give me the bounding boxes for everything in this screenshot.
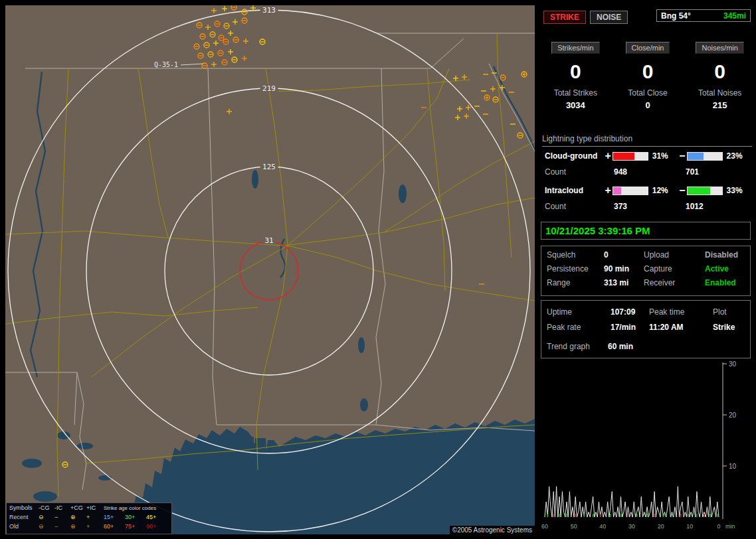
trend-x-unit-label: min [725, 523, 735, 530]
state-borders [5, 33, 535, 490]
squelch-value: 0 [604, 250, 609, 260]
strike-ncg [242, 18, 247, 23]
cg-negative-gauge [687, 152, 723, 161]
close-per-min-button[interactable]: Close/min [626, 42, 670, 54]
strike-ncg [204, 42, 209, 48]
plus-sign: + [603, 185, 612, 196]
strike-ncg [219, 35, 224, 40]
lightning-map[interactable]: 31321912531Q-35-1 Symbols -CG -IC +CG +I… [5, 5, 535, 534]
sensor-label: Q-35-1 [154, 61, 178, 68]
minus-sign: − [678, 185, 686, 196]
strike-pic [211, 8, 217, 13]
strike-pic [464, 114, 469, 119]
total-noises-label: Total Noises [685, 88, 755, 98]
strike-pic [228, 31, 233, 36]
plot-label: Plot [713, 307, 727, 317]
upload-label: Upload [644, 250, 669, 260]
range-row: Range 313 mi Receiver Enabled [541, 278, 750, 291]
legend-age-header: Strike age color codes [104, 505, 156, 511]
strike-ncg [260, 39, 265, 44]
uptime-label: Uptime [547, 307, 572, 317]
noises-per-min-button[interactable]: Noises/min [696, 42, 743, 54]
datetime-display: 10/21/2025 3:39:16 PM [541, 222, 751, 240]
squelch-row: Squelch 0 Upload Disabled [541, 250, 750, 264]
noises-counter-column: Noises/min 0 Total Noises 215 [685, 41, 755, 110]
noises-per-min-value: 0 [685, 62, 755, 82]
noise-mode-button[interactable]: NOISE [590, 11, 628, 24]
total-noises-value: 215 [685, 100, 755, 110]
uptime-value: 107:09 [611, 307, 635, 317]
map-legend: Symbols -CG -IC +CG +IC Strike age color… [6, 502, 172, 534]
copyright-text: ©2005 Astrogenic Systems [450, 526, 535, 534]
strike-ncg [208, 52, 213, 57]
legend-symbol-icon: + [86, 514, 90, 520]
trend-x-tick-label: 30 [628, 523, 635, 530]
squelch-label: Squelch [547, 250, 575, 260]
trend-graph-row: Trend graph 60 min [541, 342, 750, 355]
intracloud-row: Intracloud + 12% − 33% [545, 186, 752, 195]
persistence-value: 90 min [604, 264, 629, 273]
ic-positive-gauge [613, 187, 648, 195]
cg-count-row: Count 948 701 [545, 167, 749, 177]
cg-negative-pct: 23% [723, 151, 752, 161]
strike-mode-button[interactable]: STRIKE [543, 11, 586, 24]
legend-age-code: 15+ [104, 514, 114, 520]
trend-x-tick-label: 50 [571, 523, 577, 530]
trend-x-tick-label: 10 [686, 523, 693, 530]
cg-positive-gauge [613, 152, 648, 161]
strike-pic [205, 25, 211, 30]
strike-pic [228, 49, 233, 54]
water-bodies [22, 170, 535, 534]
legend-symbol-icon: − [54, 514, 58, 520]
distribution-title: Lightning type distribution [542, 134, 752, 147]
bearing-display: Bng 54° 345mi [656, 9, 751, 22]
trend-y-tick-label: 30 [729, 360, 737, 368]
strikes-per-min-button[interactable]: Strikes/min [551, 42, 599, 54]
close-per-min-value: 0 [613, 62, 683, 82]
trend-graph-label: Trend graph [547, 342, 590, 351]
strike-ncg [215, 21, 220, 27]
legend-age-code: 60+ [104, 523, 114, 530]
trend-y-tick-label: 20 [729, 412, 737, 419]
control-panel: STRIKE NOISE Bng 54° 345mi Strikes/min 0… [539, 5, 756, 539]
receiver-label: Receiver [644, 278, 675, 287]
legend-age-code: 75+ [125, 523, 135, 530]
strike-ncg [62, 462, 68, 467]
persistence-label: Persistence [547, 264, 589, 273]
legend-pcg-header: +CG [70, 504, 83, 511]
peak-rate-label: Peak rate [547, 323, 581, 332]
rate-counters: Strikes/min 0 Total Strikes 3034 Close/m… [539, 41, 756, 110]
trend-x-tick-label: 60 [541, 523, 548, 530]
strike-pic [227, 109, 232, 114]
trend-window-value: 60 min [608, 342, 633, 351]
strike-ncg [200, 34, 205, 39]
strike-ncg [231, 5, 236, 10]
strike-ncg [210, 32, 215, 37]
strike-ncg [224, 23, 229, 29]
strikes-per-min-value: 0 [541, 62, 611, 82]
range-value: 313 mi [604, 278, 628, 287]
cg-positive-count: 948 [606, 167, 678, 177]
ic-count-row: Count 373 1012 [545, 202, 749, 211]
strike-ncg [198, 53, 203, 58]
strike-pic [453, 76, 458, 81]
persistence-row: Persistence 90 min Capture Active [541, 264, 750, 277]
strike-ncg [223, 39, 229, 44]
strike-ncg [197, 23, 202, 28]
trend-x-tick-label: 40 [599, 523, 606, 530]
legend-symbol-icon: ⊖ [39, 523, 44, 530]
strike-pic [222, 6, 227, 11]
ring-label: 313 [262, 6, 276, 15]
ic-negative-pct: 33% [723, 186, 752, 195]
trend-x-tick-label: 0 [717, 523, 720, 530]
plus-sign: + [603, 150, 612, 162]
strike-pic [233, 19, 238, 25]
peak-time-label: Peak time [649, 307, 684, 317]
total-close-value: 0 [613, 100, 683, 110]
legend-symbols-header: Symbols [9, 504, 33, 511]
legend-row-label: Old [9, 523, 19, 530]
plot-mode-value: Strike [713, 323, 735, 332]
strike-pic [211, 62, 217, 67]
cg-positive-pct: 31% [648, 151, 678, 161]
strike-ncg [222, 60, 227, 65]
